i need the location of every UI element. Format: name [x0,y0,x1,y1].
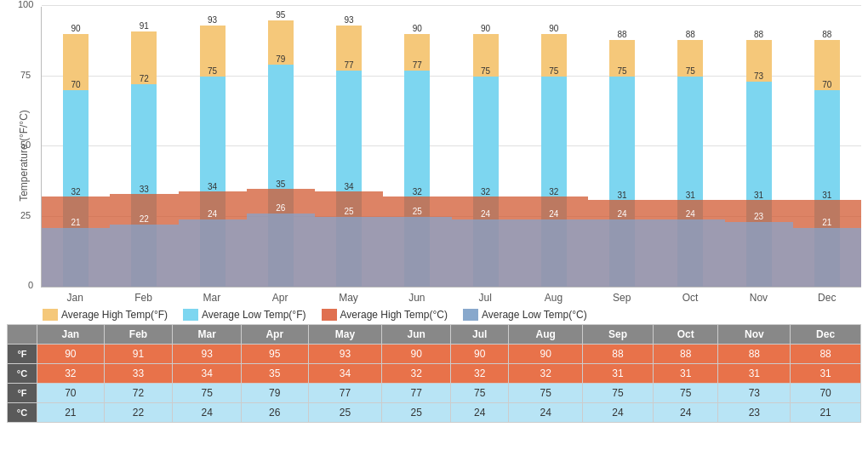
col-header-mar: Mar [173,325,242,345]
table-cell-3-2: 24 [173,403,242,423]
value-high-c-dec: 31 [793,191,861,200]
value-high-f-nov: 88 [746,30,772,39]
x-tick-sep: Sep [588,289,656,304]
value-low-f-oct: 75 [677,66,703,76]
value-high-f-jun: 90 [404,24,430,33]
value-low-f-aug: 75 [541,66,567,76]
month-group-apr: 95793526 [247,7,315,287]
table-cell-3-3: 26 [241,403,308,423]
value-low-c-oct: 24 [656,209,724,219]
legend-item-low-c: Average Low Temp(°C) [463,309,587,321]
table-row-0: °F909193959390909088888888 [8,345,861,364]
table-cell-2-5: 77 [382,384,451,403]
col-header-apr: Apr [241,325,308,345]
value-high-c-jun: 32 [383,187,451,197]
month-group-jan: 90703221 [42,7,110,287]
table-cell-0-0: 90 [37,345,105,364]
table-cell-0-6: 90 [451,345,509,364]
table-cell-2-7: 75 [509,384,583,403]
month-group-aug: 90753224 [520,7,588,287]
month-group-dec: 88703121 [793,7,861,287]
value-high-f-jul: 90 [473,24,499,33]
table-cell-0-8: 88 [583,345,654,364]
x-tick-mar: Mar [178,289,246,304]
table-cell-0-9: 88 [653,345,718,364]
table-cell-3-8: 24 [583,403,654,423]
col-header-jan: Jan [37,325,105,345]
x-tick-apr: Apr [246,289,314,304]
value-low-c-aug: 24 [520,209,588,219]
area-low-c-feb [110,225,178,287]
value-low-f-jan: 70 [63,80,89,89]
area-low-c-jan [42,228,110,287]
area-low-c-nov [725,222,793,287]
x-tick-aug: Aug [519,289,587,304]
month-group-jul: 90753224 [452,7,520,287]
table-cell-2-8: 75 [583,384,654,403]
value-low-f-apr: 79 [268,54,294,64]
area-low-c-dec [793,228,861,287]
table-cell-3-5: 25 [382,403,451,423]
month-group-feb: 91723322 [110,7,178,287]
table-cell-3-7: 24 [509,403,583,423]
area-low-c-may [315,217,383,288]
bars-container: 9070322191723322937534249579352693773425… [42,7,861,287]
value-low-c-apr: 26 [247,203,315,213]
table-cell-2-10: 73 [718,384,791,403]
table-cell-1-3: 35 [241,364,308,384]
value-high-c-jan: 32 [42,187,110,197]
value-high-c-jul: 32 [452,187,520,197]
value-low-f-mar: 75 [200,66,226,76]
col-header-feb: Feb [104,325,173,345]
table-cell-0-11: 88 [791,345,861,364]
value-high-f-may: 93 [336,15,362,25]
table-cell-2-4: 77 [308,384,382,403]
area-low-c-aug [520,219,588,287]
month-group-sep: 88753124 [588,7,656,287]
col-header-dec: Dec [791,325,861,345]
table-cell-2-3: 79 [241,384,308,403]
value-high-c-apr: 35 [247,179,315,189]
x-tick-nov: Nov [724,289,792,304]
value-low-f-jul: 75 [473,66,499,76]
value-high-f-oct: 88 [677,30,703,39]
value-low-c-jun: 25 [383,207,451,216]
table-cell-0-3: 95 [241,345,308,364]
value-high-c-may: 34 [315,182,383,191]
table-cell-3-11: 21 [791,403,861,423]
area-low-c-jun [383,217,451,288]
value-low-f-feb: 72 [131,74,157,83]
month-group-may: 93773425 [315,7,383,287]
table-cell-2-9: 75 [653,384,718,403]
table-cell-3-4: 25 [308,403,382,423]
x-tick-may: May [314,289,382,304]
value-high-c-aug: 32 [520,187,588,197]
x-tick-oct: Oct [656,289,724,304]
x-axis: JanFebMarAprMayJunJulAugSepOctNovDec [41,289,861,304]
area-low-c-apr [247,214,315,287]
table-cell-3-0: 21 [37,403,105,423]
value-low-f-jun: 77 [404,60,430,70]
table-cell-1-5: 32 [382,364,451,384]
x-tick-feb: Feb [109,289,177,304]
table-cell-0-7: 90 [509,345,583,364]
table-cell-1-7: 32 [509,364,583,384]
month-group-oct: 88753124 [656,7,724,287]
table-cell-0-2: 93 [173,345,242,364]
table-cell-1-2: 34 [173,364,242,384]
value-low-c-feb: 22 [110,214,178,224]
table-cell-3-10: 23 [718,403,791,423]
month-group-jun: 90773225 [383,7,451,287]
x-tick-jan: Jan [41,289,109,304]
value-low-c-jul: 24 [452,209,520,219]
table-cell-1-9: 31 [653,364,718,384]
table-cell-0-5: 90 [382,345,451,364]
legend-item-high-f: Average High Temp(°F) [43,309,168,321]
value-low-f-sep: 75 [609,66,635,76]
value-low-c-nov: 23 [725,212,793,221]
table-cell-2-1: 72 [104,384,173,403]
table-cell-0-1: 91 [104,345,173,364]
area-low-c-jul [452,219,520,287]
area-low-c-mar [179,219,247,287]
value-high-c-mar: 34 [179,182,247,191]
